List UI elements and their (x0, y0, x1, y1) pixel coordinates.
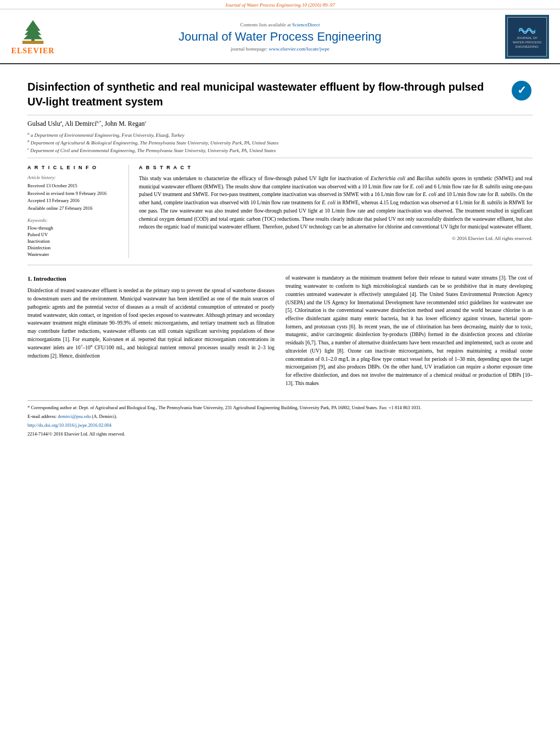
body-col-right: of wastewater is mandatory as the minimu… (285, 274, 533, 392)
footnote-corresponding: * Corresponding author at: Dept. of Agri… (27, 404, 533, 411)
footnote-doi: http://dx.doi.org/10.1016/j.jwpe.2016.02… (27, 422, 533, 429)
article-info-heading: A R T I C L E I N F O (27, 165, 119, 170)
journal-logo-inner: JOURNAL OF WATER PROCESS ENGINEERING (507, 17, 547, 57)
copyright-line: © 2016 Elsevier Ltd. All rights reserved… (139, 236, 533, 241)
two-column-body: 1. Introduction Disinfection of treated … (27, 272, 533, 394)
banner-text: Journal of Water Process Engineering 10 … (225, 2, 335, 8)
svg-rect-4 (23, 41, 43, 44)
journal-logo-right: JOURNAL OF WATER PROCESS ENGINEERING (505, 15, 549, 59)
affiliation-a: a a Department of Environmental Engineer… (27, 131, 533, 138)
article-title: Disinfection of synthetic and real munic… (27, 80, 511, 109)
history-label: Article history: (27, 175, 119, 180)
keyword-1: Flow-through (27, 225, 119, 231)
keywords-section: Keywords: Flow-through Pulsed UV Inactiv… (27, 217, 119, 257)
keyword-3: Inactivation (27, 238, 119, 244)
authors-section: Gulsad Uslua, Ali Demircib,*, John M. Re… (27, 115, 533, 158)
header-center: Contents lists available at ScienceDirec… (55, 22, 505, 52)
body-col-left: 1. Introduction Disinfection of treated … (27, 274, 275, 392)
svg-text:✓: ✓ (517, 84, 527, 96)
keyword-2: Pulsed UV (27, 232, 119, 237)
journal-banner: Journal of Water Process Engineering 10 … (0, 0, 560, 9)
keyword-4: Disinfection (27, 245, 119, 250)
abstract-heading: A B S T R A C T (139, 165, 533, 170)
article-info-panel: A R T I C L E I N F O Article history: R… (27, 165, 129, 258)
crossmark-badge: ✓ (511, 80, 533, 102)
abstract-text: This study was undertaken to characteriz… (139, 175, 533, 231)
contents-available-text: Contents lists available at ScienceDirec… (66, 22, 494, 27)
section1-para1: Disinfection of treated wastewater efflu… (27, 287, 275, 360)
elsevier-text: ELSEVIER (12, 47, 55, 55)
logo-wave-icon (519, 24, 535, 35)
footnote-email: E-mail address: demirci@psu.edu (A. Demi… (27, 413, 533, 420)
email-link[interactable]: demirci@psu.edu (58, 414, 91, 419)
info-dates: Received 13 October 2015 Received in rev… (27, 182, 119, 212)
section1-title: 1. Introduction (27, 274, 275, 283)
affiliation-b: b Department of Agricultural & Biologica… (27, 139, 533, 146)
journal-title: Journal of Water Process Engineering (66, 30, 494, 44)
keywords-label: Keywords: (27, 217, 119, 223)
affiliation-c: c Department of Civil and Environmental … (27, 147, 533, 153)
article-title-section: Disinfection of synthetic and real munic… (27, 71, 533, 115)
content-area: A R T I C L E I N F O Article history: R… (27, 158, 533, 258)
logo-text-journal: JOURNAL OF WATER PROCESS ENGINEERING (513, 36, 541, 49)
author-names: Gulsad Uslua, Ali Demircib,*, John M. Re… (27, 120, 533, 128)
footnote-issn: 2214-7144/© 2016 Elsevier Ltd. All right… (27, 431, 533, 438)
section-divider (27, 265, 533, 265)
article-main: Disinfection of synthetic and real munic… (0, 64, 560, 444)
footnote-area: * Corresponding author at: Dept. of Agri… (27, 400, 533, 437)
journal-homepage: journal homepage: www.elsevier.com/locat… (66, 46, 494, 52)
abstract-area: A B S T R A C T This study was undertake… (129, 165, 533, 258)
keyword-5: Wastewater (27, 252, 119, 257)
section1-para2: of wastewater is mandatory as the minimu… (285, 274, 533, 387)
elsevier-logo: ELSEVIER (11, 18, 55, 55)
sciencedirect-link[interactable]: ScienceDirect (292, 22, 320, 27)
elsevier-tree-icon (16, 18, 49, 46)
doi-link[interactable]: http://dx.doi.org/10.1016/j.jwpe.2016.02… (27, 422, 111, 428)
journal-header: ELSEVIER Contents lists available at Sci… (0, 9, 560, 64)
homepage-url[interactable]: www.elsevier.com/locate/jwpe (269, 46, 329, 52)
